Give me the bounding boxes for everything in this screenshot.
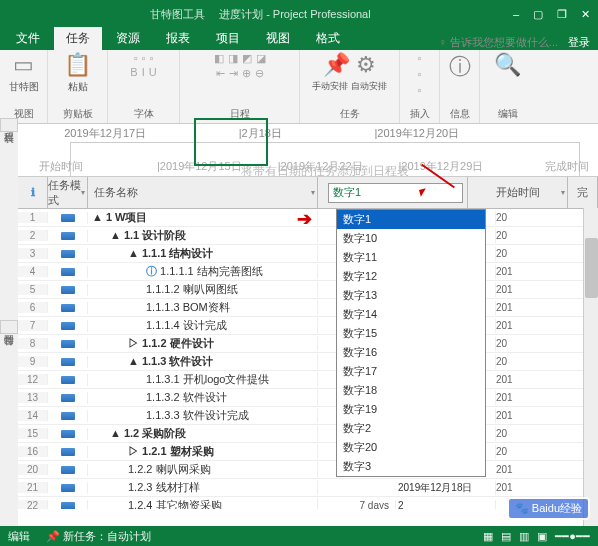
row-number[interactable]: 3	[18, 248, 48, 259]
finish-cell[interactable]: 20	[496, 338, 526, 349]
row-number[interactable]: 12	[18, 374, 48, 385]
row-number[interactable]: 14	[18, 410, 48, 421]
finish-cell[interactable]: 20	[496, 356, 526, 367]
status-newtask[interactable]: 📌 新任务：自动计划	[46, 529, 151, 544]
view-btn-3[interactable]: ▥	[519, 530, 529, 543]
finish-cell[interactable]: 201	[496, 284, 526, 295]
tab-format[interactable]: 格式	[304, 27, 352, 50]
row-number[interactable]: 16	[18, 446, 48, 457]
task-mode-cell[interactable]	[48, 266, 88, 278]
task-mode-cell[interactable]	[48, 248, 88, 260]
dropdown-item[interactable]: 数字16	[337, 343, 485, 362]
dropdown-item[interactable]: 数字20	[337, 438, 485, 457]
view-btn-4[interactable]: ▣	[537, 530, 547, 543]
task-mode-cell[interactable]	[48, 320, 88, 332]
task-name-cell[interactable]: 1.1.3.1 开机logo文件提供	[88, 372, 318, 387]
col-mode[interactable]: 任务模式▾	[48, 177, 88, 208]
row-number[interactable]: 4	[18, 266, 48, 277]
window-max-icon[interactable]: ❐	[557, 8, 567, 21]
row-number[interactable]: 20	[18, 464, 48, 475]
task-mode-cell[interactable]	[48, 212, 88, 224]
dropdown-item[interactable]: 数字10	[337, 229, 485, 248]
view-btn-2[interactable]: ▤	[501, 530, 511, 543]
row-number[interactable]: 2	[18, 230, 48, 241]
task-name-cell[interactable]: 1.2.3 线材打样	[88, 480, 318, 495]
view-btn-1[interactable]: ▦	[483, 530, 493, 543]
dropdown-item[interactable]: 数字3	[337, 457, 485, 476]
table-row[interactable]: 201.2.2 喇叭网采购201	[18, 461, 598, 479]
table-row[interactable]: 71.1.1.4 设计完成2019年12月18日201	[18, 317, 598, 335]
task-mode-cell[interactable]	[48, 446, 88, 458]
task-mode-cell[interactable]	[48, 464, 88, 476]
row-number[interactable]: 8	[18, 338, 48, 349]
row-number[interactable]: 21	[18, 482, 48, 493]
login-link[interactable]: 登录	[568, 35, 590, 50]
task-name-cell[interactable]: ▷ 1.2.1 塑材采购	[88, 444, 318, 459]
table-row[interactable]: 3▲ 1.1.1 结构设计2019年12月11日20	[18, 245, 598, 263]
task-name-cell[interactable]: 1.1.3.2 软件设计	[88, 390, 318, 405]
task-name-cell[interactable]: ▲ 1 W项目	[88, 210, 318, 225]
number-dropdown[interactable]: 数字1数字10数字11数字12数字13数字14数字15数字16数字17数字18数…	[336, 209, 486, 477]
start-cell[interactable]: 2019年12月18日	[396, 481, 496, 495]
task-name-cell[interactable]: 1.2.2 喇叭网采购	[88, 462, 318, 477]
task-mode-cell[interactable]	[48, 374, 88, 386]
finish-cell[interactable]: 201	[496, 266, 526, 277]
task-name-cell[interactable]: ▲ 1.1 设计阶段	[88, 228, 318, 243]
col-info[interactable]: ℹ	[18, 177, 48, 208]
row-number[interactable]: 6	[18, 302, 48, 313]
table-row[interactable]: 131.1.3.2 软件设计2019年12月13日201	[18, 389, 598, 407]
paste-icon[interactable]: 📋	[64, 52, 91, 78]
table-row[interactable]: 211.2.3 线材打样2019年12月18日201	[18, 479, 598, 497]
dropdown-item[interactable]: 数字18	[337, 381, 485, 400]
window-restore-icon[interactable]: ▢	[533, 8, 543, 21]
tab-resource[interactable]: 资源	[104, 27, 152, 50]
table-row[interactable]: 61.1.1.3 BOM资料2019年12月17日201	[18, 299, 598, 317]
dropdown-item[interactable]: 数字11	[337, 248, 485, 267]
scroll-icon[interactable]: 🔍	[494, 52, 521, 78]
dropdown-item[interactable]: 数字12	[337, 267, 485, 286]
row-number[interactable]: 15	[18, 428, 48, 439]
row-number[interactable]: 5	[18, 284, 48, 295]
task-mode-cell[interactable]	[48, 410, 88, 422]
window-close-icon[interactable]: ✕	[581, 8, 590, 21]
task-mode-cell[interactable]	[48, 230, 88, 242]
table-row[interactable]: 8▷ 1.1.2 硬件设计2019年12月14日20	[18, 335, 598, 353]
dropdown-item[interactable]: 数字17	[337, 362, 485, 381]
task-mode-cell[interactable]	[48, 302, 88, 314]
task-mode-cell[interactable]	[48, 428, 88, 440]
row-number[interactable]: 13	[18, 392, 48, 403]
tab-view[interactable]: 视图	[254, 27, 302, 50]
manual-icon[interactable]: 📌	[323, 52, 350, 78]
auto-icon[interactable]: ⚙	[356, 52, 376, 78]
finish-cell[interactable]: 201	[496, 302, 526, 313]
finish-cell[interactable]: 201	[496, 320, 526, 331]
tab-task[interactable]: 任务	[54, 27, 102, 50]
task-name-cell[interactable]: 1.1.3.3 软件设计完成	[88, 408, 318, 423]
finish-cell[interactable]: 20	[496, 428, 526, 439]
tab-report[interactable]: 报表	[154, 27, 202, 50]
finish-cell[interactable]: 201	[496, 464, 526, 475]
dropdown-item[interactable]: 数字4	[337, 476, 485, 477]
task-mode-cell[interactable]	[48, 356, 88, 368]
row-number[interactable]: 22	[18, 500, 48, 509]
finish-cell[interactable]: 201	[496, 392, 526, 403]
dropdown-item[interactable]: 数字1	[337, 210, 485, 229]
task-name-cell[interactable]: 1.2.4 其它物资采购	[88, 498, 318, 509]
finish-cell[interactable]: 201	[496, 374, 526, 385]
table-row[interactable]: 4ⓘ 1.1.1.1 结构完善图纸2019年12月11日201	[18, 263, 598, 281]
finish-cell[interactable]: 20	[496, 212, 526, 223]
task-name-cell[interactable]: 1.1.1.2 喇叭网图纸	[88, 282, 318, 297]
task-name-cell[interactable]: ▲ 1.1.3 软件设计	[88, 354, 318, 369]
dropdown-item[interactable]: 数字19	[337, 400, 485, 419]
timeline-selection[interactable]	[194, 118, 268, 166]
table-row[interactable]: 9▲ 1.1.3 软件设计2019年12月11日20	[18, 353, 598, 371]
task-name-cell[interactable]: ⓘ 1.1.1.1 结构完善图纸	[88, 264, 318, 279]
scrollbar-thumb[interactable]	[585, 238, 598, 298]
tab-file[interactable]: 文件	[4, 27, 52, 50]
task-mode-cell[interactable]	[48, 392, 88, 404]
task-name-cell[interactable]: ▷ 1.1.2 硬件设计	[88, 336, 318, 351]
table-row[interactable]: 51.1.1.2 喇叭网图纸2019年12月14日201	[18, 281, 598, 299]
row-number[interactable]: 1	[18, 212, 48, 223]
zoom-slider[interactable]: ━━●━━	[555, 530, 590, 543]
dropdown-item[interactable]: 数字14	[337, 305, 485, 324]
